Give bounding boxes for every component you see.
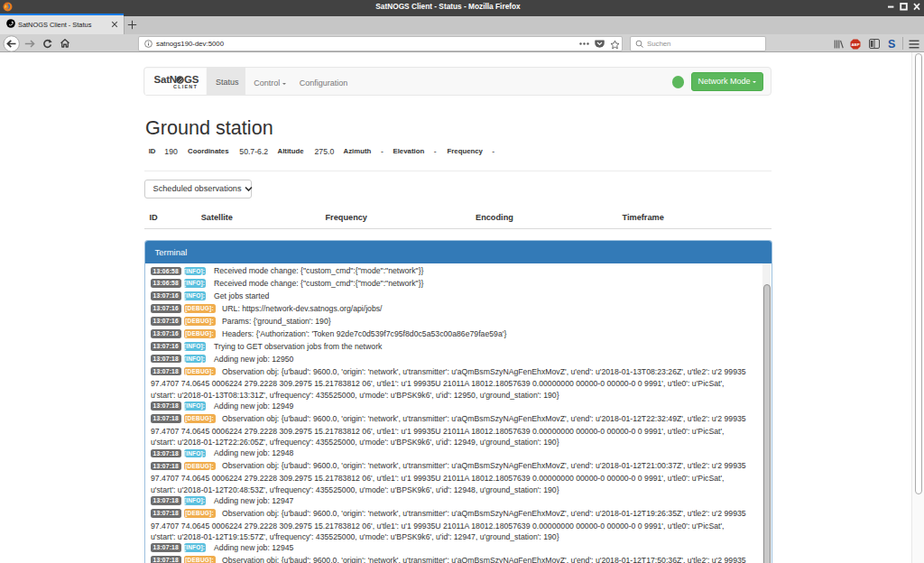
svg-text:ABP: ABP	[851, 42, 859, 46]
